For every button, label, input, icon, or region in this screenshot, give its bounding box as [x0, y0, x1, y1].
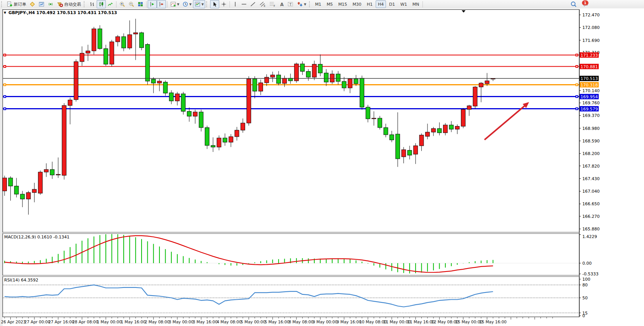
timeframe-M15[interactable]: M15 [336, 0, 350, 8]
timeframe-H4[interactable]: H4 [376, 0, 386, 8]
time-axis-label: 10 May 08:00 [359, 320, 387, 324]
periods-button[interactable]: ▼ [181, 0, 193, 8]
toolbar-grip[interactable] [1, 1, 4, 7]
text-button[interactable]: A [277, 0, 286, 8]
tile-windows-icon [137, 1, 143, 7]
bear-candle [384, 128, 388, 135]
bull-candle [80, 53, 84, 62]
price-line-label: 170.881 [580, 64, 598, 69]
tile-windows-button[interactable] [136, 0, 145, 8]
auto-scroll-button[interactable] [157, 0, 166, 8]
bull-candle [74, 62, 78, 100]
bear-candle [181, 94, 185, 111]
chart-left-margin [0, 8, 3, 326]
bear-candle [163, 82, 167, 93]
toolbar-separator [116, 1, 116, 8]
bull-candle [3, 178, 7, 191]
bear-candle [104, 49, 108, 64]
candlestick-chart-button[interactable] [97, 0, 106, 8]
toolbar-grip[interactable] [84, 1, 86, 7]
pane-splitter[interactable] [3, 232, 579, 233]
chart-window-icon [38, 1, 45, 7]
bull-candle [116, 37, 120, 42]
chart-canvas[interactable]: 172.470172.080171.690171.310170.140169.7… [0, 8, 644, 326]
signals-button[interactable] [46, 0, 55, 8]
market-watch-button[interactable] [28, 0, 37, 8]
chart-title-bar[interactable]: ▼ GBPJPY-,H4 170.492 170.513 170.431 170… [4, 10, 117, 15]
arrow-objects-icon [297, 1, 303, 7]
horizontal-line-button[interactable] [239, 0, 249, 8]
bull-candle [44, 169, 48, 172]
bull-candle [265, 77, 269, 83]
bear-candle [205, 128, 209, 145]
bull-candle [372, 118, 376, 119]
bear-candle [366, 107, 370, 119]
line-chart-icon [107, 1, 113, 7]
pane-splitter[interactable] [3, 275, 579, 276]
timeframe-M30[interactable]: M30 [350, 0, 364, 8]
rsi-indicator-label: RSI(14) 64.3592 [4, 278, 38, 283]
timeframe-MN[interactable]: MN [410, 0, 422, 8]
price-axis-label: 170.140 [582, 88, 600, 93]
bull-candle [413, 146, 418, 154]
rsi-axis-label: 80 [582, 283, 588, 288]
time-axis-label: 9 May 00:00 [312, 320, 337, 324]
bear-candle [449, 125, 453, 129]
time-axis-label: 5 May 00:00 [241, 320, 265, 324]
time-axis-label: 26 Apr 2023 [1, 320, 26, 324]
fibonacci-button[interactable]: F [268, 0, 277, 8]
crosshair-button[interactable] [219, 0, 228, 8]
autotrade-button[interactable]: 自动交易 [55, 0, 83, 8]
price-axis-label: 168.590 [582, 139, 600, 144]
bull-candle [110, 42, 114, 64]
time-axis-label: 12 May 08:00 [431, 320, 459, 324]
timeframe-M1[interactable]: M1 [313, 0, 324, 8]
bear-candle [139, 33, 143, 48]
timeframe-H1[interactable]: H1 [365, 0, 375, 8]
bull-candle [348, 79, 352, 88]
timeframe-W1[interactable]: W1 [398, 0, 410, 8]
bull-candle [134, 33, 138, 34]
notification-badge[interactable]: 1 [582, 0, 588, 5]
bar-chart-button[interactable] [88, 0, 97, 8]
macd-axis-label: 0.00 [582, 261, 592, 266]
equidistant-channel-button[interactable]: E [258, 0, 268, 8]
toolbar-grip[interactable] [309, 1, 312, 7]
time-axis-label: 15 May 00:00 [455, 320, 483, 324]
indicators-button[interactable]: ▼ [169, 0, 181, 8]
bear-candle [187, 111, 191, 116]
zoom-out-button[interactable] [127, 0, 136, 8]
bear-candle [395, 134, 400, 159]
market-watch-icon [29, 1, 35, 7]
bear-candle [253, 79, 257, 91]
bull-candle [217, 138, 221, 147]
bull-candle [86, 51, 90, 53]
bear-candle [276, 75, 281, 83]
bull-candle [229, 137, 233, 142]
toolbar-grip[interactable] [206, 1, 209, 7]
trendline-button[interactable] [249, 0, 258, 8]
bull-candle [443, 125, 448, 133]
svg-text:T: T [289, 3, 292, 6]
chart-collapse-icon[interactable]: ▼ [4, 11, 6, 14]
main-price-pane [3, 10, 579, 232]
timeframe-M5[interactable]: M5 [324, 0, 335, 8]
chart-shift-button[interactable] [148, 0, 157, 8]
indicators-icon [170, 1, 176, 7]
search-button[interactable] [569, 0, 579, 8]
vertical-line-button[interactable] [231, 0, 239, 8]
bull-candle [330, 74, 334, 82]
arrow-objects-button[interactable]: ▼ [295, 0, 308, 8]
templates-button[interactable]: ▼ [193, 0, 205, 8]
chart-window-button[interactable] [37, 0, 46, 8]
bull-candle [92, 29, 96, 51]
new-order-button[interactable]: 新订单 [5, 0, 28, 8]
text-label-button[interactable]: T [286, 0, 295, 8]
timeframe-D1[interactable]: D1 [387, 0, 397, 8]
bear-candle [211, 145, 215, 147]
cursor-button[interactable] [210, 0, 219, 8]
zoom-in-button[interactable] [118, 0, 127, 8]
line-chart-button[interactable] [106, 0, 115, 8]
bear-candle [318, 64, 322, 73]
bull-candle [271, 75, 275, 77]
